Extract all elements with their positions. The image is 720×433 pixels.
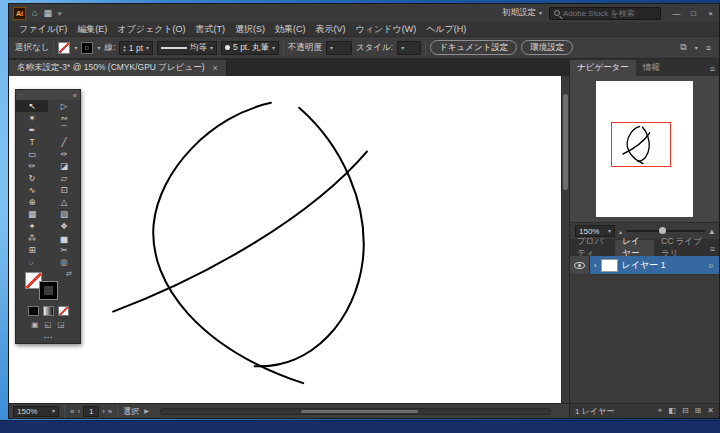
menu-effect[interactable]: 効果(C): [271, 23, 310, 36]
navigator-preview[interactable]: [570, 76, 719, 222]
expand-layer-icon[interactable]: ›: [594, 261, 597, 270]
width-tool[interactable]: ∿: [16, 184, 48, 196]
draw-behind-icon[interactable]: ◱: [44, 320, 51, 329]
align-options-icon[interactable]: ⧉: [680, 42, 686, 53]
zoom-out-icon[interactable]: ▴: [619, 228, 622, 235]
minimize-button[interactable]: —: [668, 4, 685, 22]
zoom-tool[interactable]: ◎: [48, 256, 80, 268]
column-graph-tool[interactable]: ▅: [48, 232, 80, 244]
tab-layers[interactable]: レイヤー: [615, 240, 654, 256]
layer-row-selected[interactable]: › レイヤー 1 ○: [590, 256, 719, 274]
pen-tool[interactable]: ✒: [16, 124, 48, 136]
first-artboard-icon[interactable]: «: [70, 407, 74, 416]
align-dropdown-icon[interactable]: ▾: [695, 45, 698, 51]
eyedropper-tool[interactable]: ✦: [16, 220, 48, 232]
delete-layer-icon[interactable]: ✕: [707, 406, 714, 416]
adobe-stock-search[interactable]: [549, 7, 661, 20]
menu-type[interactable]: 書式(T): [192, 23, 230, 36]
swap-fill-stroke-icon[interactable]: ⇄: [66, 270, 72, 278]
control-panel-menu-icon[interactable]: ≡: [706, 43, 711, 53]
windows-taskbar[interactable]: [0, 420, 720, 433]
layer-name[interactable]: レイヤー 1: [622, 259, 666, 272]
drag-grip-icon[interactable]: ∷: [19, 92, 23, 99]
eye-icon[interactable]: [574, 262, 585, 269]
opacity-field[interactable]: ▾: [326, 41, 352, 55]
edit-toolbar-ellipsis[interactable]: ⋯: [16, 330, 80, 343]
menu-window[interactable]: ウィンドウ(W): [352, 23, 421, 36]
collapse-panel-icon[interactable]: «: [73, 92, 77, 99]
rotate-tool[interactable]: ↻: [16, 172, 48, 184]
menu-view[interactable]: 表示(V): [312, 23, 350, 36]
zoom-level-dropdown[interactable]: 150% ▾: [13, 406, 59, 417]
style-dropdown[interactable]: ▾: [397, 41, 421, 55]
profile-dropdown-icon[interactable]: ▾: [210, 45, 213, 51]
make-clipping-mask-icon[interactable]: ◧: [668, 406, 676, 416]
mesh-tool[interactable]: ▦: [16, 208, 48, 220]
tab-cc-libraries[interactable]: CC ライブラリ: [654, 240, 710, 256]
tab-navigator[interactable]: ナビゲーター: [570, 60, 636, 76]
artboard-tool[interactable]: ⊞: [16, 244, 48, 256]
navigator-view-rectangle[interactable]: [611, 122, 671, 167]
fill-dropdown-icon[interactable]: ▾: [74, 45, 77, 51]
artwork-path-diagonal[interactable]: [113, 152, 367, 312]
menu-help[interactable]: ヘルプ(H): [422, 23, 470, 36]
artwork-path-right-arc[interactable]: [255, 108, 364, 367]
blend-tool[interactable]: ❖: [48, 220, 80, 232]
direct-selection-tool[interactable]: ▷: [48, 100, 80, 112]
preferences-button[interactable]: 環境設定: [521, 40, 573, 55]
next-artboard-icon[interactable]: ›: [102, 407, 105, 416]
opacity-dropdown-icon[interactable]: ▾: [330, 45, 333, 51]
color-button[interactable]: [28, 306, 39, 316]
home-icon[interactable]: ⌂: [32, 9, 37, 18]
vertical-scrollbar-thumb[interactable]: [563, 94, 568, 190]
close-button[interactable]: ×: [702, 4, 719, 22]
layer-thumbnail[interactable]: [601, 259, 618, 272]
new-sublayer-icon[interactable]: ⊟: [682, 406, 689, 416]
last-artboard-icon[interactable]: »: [108, 407, 112, 416]
document-setup-button[interactable]: ドキュメント設定: [430, 40, 517, 55]
menu-object[interactable]: オブジェクト(O): [113, 23, 189, 36]
line-segment-tool[interactable]: ╱: [48, 136, 80, 148]
slice-tool[interactable]: ✂: [48, 244, 80, 256]
menu-edit[interactable]: 編集(E): [73, 23, 111, 36]
artboard-canvas[interactable]: ∷ « ↖ ▷ ✶ ∾ ✒ ⌒ T ╱ ▭ ✑ ✏: [9, 76, 569, 403]
workspace-switcher[interactable]: 初期設定 ▾: [502, 7, 542, 19]
scale-tool[interactable]: ▱: [48, 172, 80, 184]
horizontal-scrollbar-thumb[interactable]: [301, 410, 418, 413]
artboard-number-field[interactable]: 1: [83, 406, 99, 417]
navigator-zoom-slider[interactable]: [626, 230, 705, 232]
gradient-button[interactable]: [43, 306, 54, 316]
stroke-width-stepper[interactable]: ▴ ▾: [123, 44, 126, 52]
stroke-color-swatch[interactable]: [81, 42, 93, 54]
width-profile-dropdown[interactable]: 均等 ▾: [157, 41, 217, 55]
maximize-button[interactable]: □: [685, 4, 702, 22]
artwork-path-left-arc[interactable]: [153, 103, 303, 383]
layer-row[interactable]: › レイヤー 1 ○: [570, 256, 719, 275]
type-tool[interactable]: T: [16, 136, 48, 148]
gradient-tool[interactable]: ▨: [48, 208, 80, 220]
navigator-zoom-slider-thumb[interactable]: [659, 227, 666, 234]
free-transform-tool[interactable]: ⊡: [48, 184, 80, 196]
fill-color-swatch[interactable]: [58, 42, 70, 54]
navigator-panel-menu-icon[interactable]: ≡: [710, 64, 719, 76]
step-down-icon[interactable]: ▾: [123, 48, 126, 52]
stroke-width-field[interactable]: ▴ ▾ 1 pt ▾: [119, 41, 153, 55]
search-input[interactable]: [563, 9, 656, 18]
curvature-tool[interactable]: ⌒: [48, 124, 80, 136]
eraser-tool[interactable]: ◪: [48, 160, 80, 172]
pencil-tool[interactable]: ✏: [16, 160, 48, 172]
symbol-sprayer-tool[interactable]: ⁂: [16, 232, 48, 244]
brush-dropdown-icon[interactable]: ▾: [272, 45, 275, 51]
horizontal-scrollbar[interactable]: [160, 408, 551, 415]
tab-info[interactable]: 情報: [636, 60, 667, 76]
draw-inside-icon[interactable]: ◲: [58, 320, 65, 329]
zoom-in-icon[interactable]: ▴: [709, 226, 714, 236]
brush-dropdown[interactable]: 5 pt. 丸筆 ▾: [221, 41, 279, 55]
layers-panel-menu-icon[interactable]: ≡: [710, 244, 719, 256]
arrange-documents-icon[interactable]: ▦: [43, 9, 52, 18]
document-tab[interactable]: 名称未設定-3* @ 150% (CMYK/GPU プレビュー) ×: [9, 60, 227, 76]
vertical-scrollbar[interactable]: [561, 76, 569, 403]
magic-wand-tool[interactable]: ✶: [16, 112, 48, 124]
locate-object-icon[interactable]: ⌖: [658, 406, 663, 416]
draw-normal-icon[interactable]: ▣: [31, 320, 38, 329]
